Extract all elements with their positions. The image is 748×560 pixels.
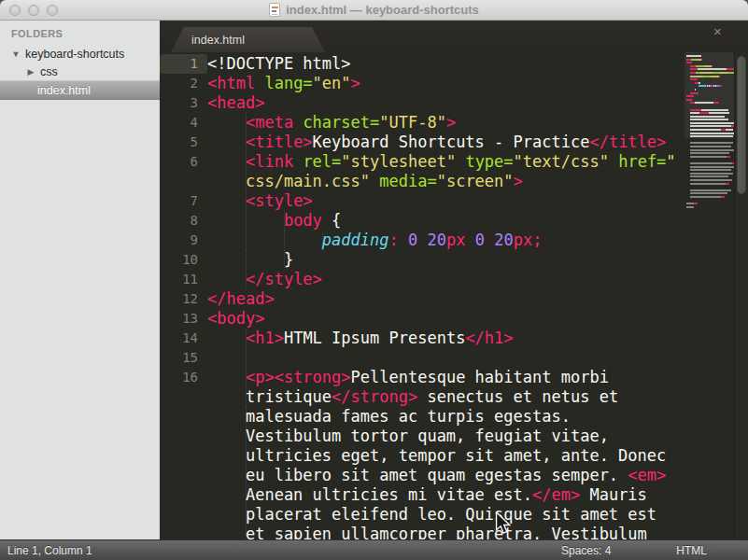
code-line[interactable]: 1<!DOCTYPE html>	[160, 54, 748, 74]
code-line[interactable]: 16 <p><strong>Pellentesque habitant morb…	[160, 368, 748, 387]
minimap-row	[686, 173, 734, 175]
syntax-status[interactable]: HTML	[676, 544, 707, 557]
code-line[interactable]: 3<head>	[160, 93, 748, 113]
close-window-button[interactable]	[9, 5, 21, 16]
minimap-row	[686, 169, 734, 171]
code-line[interactable]: malesuada fames ac turpis egestas.	[160, 407, 748, 427]
line-number[interactable]: 15	[160, 348, 207, 368]
code-lines: 1<!DOCTYPE html>2<html lang="en">3<head>…	[160, 54, 748, 539]
indent-guide	[284, 211, 285, 231]
code-line[interactable]: css/main.css" media="screen">	[160, 172, 748, 191]
line-number[interactable]: 7	[160, 191, 207, 211]
line-number[interactable]: 12	[160, 289, 207, 309]
minimap-row	[686, 206, 734, 208]
line-number[interactable]: 9	[160, 231, 207, 250]
code-text: <link rel="stylesheet" type="text/css" h…	[207, 152, 676, 172]
code-line[interactable]: 10 }	[160, 250, 748, 270]
line-number[interactable]: 2	[160, 74, 207, 93]
scrollbar-thumb[interactable]	[737, 56, 746, 194]
code-line[interactable]: 8 body {	[160, 211, 748, 231]
line-number[interactable]: 11	[160, 270, 207, 289]
minimap[interactable]	[684, 52, 734, 539]
line-number[interactable]	[160, 407, 207, 427]
line-number[interactable]	[160, 485, 207, 505]
code-text: <body>	[207, 309, 264, 329]
code-line[interactable]: 11 </style>	[160, 270, 748, 289]
line-number[interactable]: 13	[160, 309, 207, 329]
line-number[interactable]: 16	[160, 368, 207, 387]
indent-guide	[246, 525, 247, 539]
code-line[interactable]: 2<html lang="en">	[160, 74, 748, 93]
disclosure-open-icon[interactable]: ▼	[11, 49, 21, 59]
line-number[interactable]	[160, 172, 207, 191]
minimap-row	[686, 135, 734, 137]
line-number[interactable]	[160, 525, 207, 539]
code-line[interactable]: eu libero sit amet quam egestas semper. …	[160, 466, 748, 485]
sidebar-item-label: index.html	[37, 84, 91, 97]
code-line[interactable]: 7 <style>	[160, 191, 748, 211]
sidebar: FOLDERS ▼keyboard-shortcuts▶cssindex.htm…	[0, 21, 160, 539]
code-line[interactable]: 9 padding: 0 20px 0 20px;	[160, 231, 748, 250]
line-number[interactable]: 6	[160, 152, 207, 172]
disclosure-closed-icon[interactable]: ▶	[26, 67, 35, 77]
indent-guide	[246, 250, 247, 270]
code-line[interactable]: placerat eleifend leo. Quisque sit amet …	[160, 505, 748, 525]
indent-guide	[246, 427, 247, 446]
tab-close-icon[interactable]: ✕	[713, 26, 722, 38]
sidebar-item-label: css	[40, 65, 58, 78]
line-number[interactable]: 14	[160, 329, 207, 348]
minimap-row	[686, 129, 734, 131]
code-line[interactable]: et sapien ullamcorper pharetra. Vestibul…	[160, 525, 748, 539]
minimap-row	[686, 142, 734, 144]
tab-label: index.html	[191, 34, 245, 47]
sidebar-item-css[interactable]: ▶css	[0, 63, 160, 80]
code-text: ultricies eget, tempor sit amet, ante. D…	[207, 446, 666, 466]
minimap-row	[686, 166, 734, 168]
code-line[interactable]: 15	[160, 348, 748, 368]
caret-position-status: Line 1, Column 1	[7, 544, 561, 557]
code-text: <title>Keyboard Shortcuts - Practice</ti…	[207, 133, 666, 152]
line-number[interactable]	[160, 427, 207, 446]
minimize-window-button[interactable]	[28, 5, 39, 16]
minimap-row	[686, 119, 734, 120]
indent-guide	[246, 231, 247, 250]
code-text: Vestibulum tortor quam, feugiat vitae,	[207, 427, 609, 446]
vertical-scrollbar[interactable]	[734, 52, 748, 539]
code-text: <!DOCTYPE html>	[207, 54, 351, 74]
line-number[interactable]: 3	[160, 93, 207, 113]
code-line[interactable]: ultricies eget, tempor sit amet, ante. D…	[160, 446, 748, 466]
code-line[interactable]: 5 <title>Keyboard Shortcuts - Practice</…	[160, 133, 748, 152]
code-line[interactable]: Aenean ultricies mi vitae est.</em> Maur…	[160, 485, 748, 505]
line-number[interactable]	[160, 387, 207, 407]
code-line[interactable]: 6 <link rel="stylesheet" type="text/css"…	[160, 152, 748, 172]
line-number[interactable]	[160, 505, 207, 525]
code-text: </head>	[207, 289, 275, 309]
code-line[interactable]: 4 <meta charset="UTF-8">	[160, 113, 748, 133]
line-number[interactable]	[160, 446, 207, 466]
line-number[interactable]	[160, 466, 207, 485]
line-number[interactable]: 4	[160, 113, 207, 133]
tab-index-html[interactable]: index.html	[171, 27, 325, 52]
code-line[interactable]: Vestibulum tortor quam, feugiat vitae,	[160, 427, 748, 446]
line-number[interactable]: 5	[160, 133, 207, 152]
title-bar[interactable]: index.html — keyboard-shortcuts	[0, 0, 748, 21]
code-text: <head>	[207, 93, 264, 113]
code-line[interactable]: 14 <h1>HTML Ipsum Presents</h1>	[160, 329, 748, 348]
sidebar-item-index-html[interactable]: index.html	[0, 80, 160, 100]
indent-guide	[246, 348, 247, 368]
indent-guide	[322, 231, 323, 250]
line-number[interactable]: 10	[160, 250, 207, 270]
code-line[interactable]: 13<body>	[160, 309, 748, 329]
sidebar-item-keyboard-shortcuts[interactable]: ▼keyboard-shortcuts	[0, 45, 160, 63]
indentation-status[interactable]: Spaces: 4	[561, 544, 611, 557]
zoom-window-button[interactable]	[47, 5, 58, 16]
code-editor[interactable]: 1<!DOCTYPE html>2<html lang="en">3<head>…	[160, 52, 748, 539]
code-line[interactable]: tristique</strong> senectus et netus et	[160, 387, 748, 407]
code-line[interactable]: 12</head>	[160, 289, 748, 309]
code-text: css/main.css" media="screen">	[207, 172, 523, 191]
code-text: placerat eleifend leo. Quisque sit amet …	[207, 505, 656, 525]
minimap-row	[686, 162, 734, 164]
line-number[interactable]: 1	[160, 54, 207, 74]
code-text: malesuada fames ac turpis egestas.	[207, 407, 571, 427]
line-number[interactable]: 8	[160, 211, 207, 231]
